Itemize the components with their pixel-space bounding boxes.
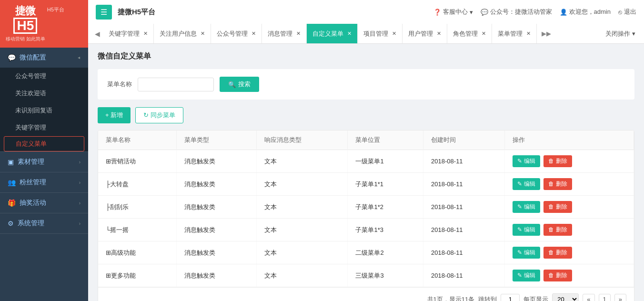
delete-button-5[interactable]: 🗑 删除 <box>543 270 572 281</box>
topbar: ☰ 捷微H5平台 ❓ 客服中心 ▾ 💬 公众号：捷微活动管家 👤 欢迎您，adm… <box>88 0 644 24</box>
cell-created-5: 2018-08-11 <box>423 264 505 287</box>
logo-h5: H5 <box>13 18 37 34</box>
navtabs-more-button[interactable]: ▶▶ <box>537 24 556 44</box>
tab-menu-mgmt-label: 菜单管理 <box>498 30 523 38</box>
sidebar-section-fans: 👥 粉丝管理 › <box>0 172 88 193</box>
cell-position-5: 三级菜单3 <box>348 264 423 287</box>
sidebar-item-custom-menu[interactable]: 自定义菜单 <box>4 136 84 151</box>
edit-button-1[interactable]: ✎ 编辑 <box>513 178 540 190</box>
cell-name-4: ⊞高级功能 <box>98 241 176 264</box>
search-button-label: 搜索 <box>238 80 251 89</box>
next-page-button[interactable]: » <box>614 294 626 301</box>
logo-subtitle: 移动营销 如此简单 <box>6 36 45 42</box>
delete-button-2[interactable]: 🗑 删除 <box>543 201 572 213</box>
cell-ops-4: ✎ 编辑 🗑 删除 <box>505 241 634 264</box>
system-icon: ⚙ <box>8 220 14 227</box>
logout-link[interactable]: ⎋ 退出 <box>618 8 636 16</box>
welcome-label: 👤 欢迎您，admin <box>560 8 611 16</box>
edit-button-4[interactable]: ✎ 编辑 <box>513 247 540 259</box>
cell-ops-1: ✎ 编辑 🗑 删除 <box>505 173 634 196</box>
tab-keyword-mgmt[interactable]: 关键字管理 ✕ <box>103 24 154 44</box>
per-page-select[interactable]: 20 10 50 100 <box>552 293 579 301</box>
tab-follow-user-info[interactable]: 关注用户信息 ✕ <box>154 24 211 44</box>
cell-created-0: 2018-08-11 <box>423 150 505 173</box>
sidebar-item-follow-greeting[interactable]: 关注欢迎语 <box>0 85 88 102</box>
sidebar-group-lottery[interactable]: 🎁 抽奖活动 › <box>0 193 88 213</box>
delete-button-3[interactable]: 🗑 删除 <box>543 224 572 236</box>
add-button[interactable]: + 新增 <box>98 107 131 123</box>
tab-follow-user-info-close[interactable]: ✕ <box>201 30 205 37</box>
search-button[interactable]: 🔍 搜索 <box>220 77 259 92</box>
logout-icon: ⎋ <box>618 9 622 16</box>
cell-position-1: 子菜单1*1 <box>348 173 423 196</box>
delete-button-0[interactable]: 🗑 删除 <box>543 155 572 167</box>
sidebar-group-wechat[interactable]: 💬 微信配置 ▾ <box>0 48 88 68</box>
cell-position-4: 二级菜单2 <box>348 241 423 264</box>
tab-user-mgmt[interactable]: 用户管理 ✕ <box>402 24 447 44</box>
tab-role-mgmt-close[interactable]: ✕ <box>482 30 486 37</box>
logo-platform: H5平台 <box>47 5 64 13</box>
tab-official-account-label: 公众号管理 <box>217 30 248 38</box>
table-row: ├大转盘 消息触发类 文本 子菜单1*1 2018-08-11 ✎ 编辑 🗑 删… <box>98 173 634 196</box>
cell-position-2: 子菜单1*2 <box>348 196 423 219</box>
prev-page-button[interactable]: « <box>583 294 594 301</box>
sidebar-arrow-fans: › <box>79 180 80 185</box>
wechat-top-icon: 💬 <box>481 9 488 16</box>
lottery-icon: 🎁 <box>8 199 16 207</box>
page-jump-input[interactable] <box>501 294 520 301</box>
cell-name-2: ├刮刮乐 <box>98 196 176 219</box>
sidebar-item-keyword-mgmt[interactable]: 关键字管理 <box>0 119 88 136</box>
table-row: └摇一摇 消息触发类 文本 子菜单1*3 2018-08-11 ✎ 编辑 🗑 删… <box>98 219 634 241</box>
tab-menu-mgmt[interactable]: 菜单管理 ✕ <box>492 24 537 44</box>
cell-name-1: ├大转盘 <box>98 173 176 196</box>
cell-position-3: 子菜单1*3 <box>348 219 423 241</box>
tab-custom-menu-close[interactable]: ✕ <box>347 30 352 37</box>
tab-keyword-mgmt-close[interactable]: ✕ <box>143 30 148 37</box>
tab-user-mgmt-close[interactable]: ✕ <box>437 30 441 37</box>
tab-project-mgmt[interactable]: 项目管理 ✕ <box>358 24 402 44</box>
tab-project-mgmt-label: 项目管理 <box>363 30 388 38</box>
sidebar-group-fans[interactable]: 👥 粉丝管理 › <box>0 172 88 192</box>
tab-message-mgmt-close[interactable]: ✕ <box>296 30 301 37</box>
sidebar-group-label-fans: 粉丝管理 <box>20 178 79 187</box>
tab-menu-mgmt-close[interactable]: ✕ <box>526 30 531 37</box>
tab-project-mgmt-close[interactable]: ✕ <box>392 30 396 37</box>
cell-position-0: 一级菜单1 <box>348 150 423 173</box>
edit-button-5[interactable]: ✎ 编辑 <box>513 270 540 281</box>
cell-ops-2: ✎ 编辑 🗑 删除 <box>505 196 634 219</box>
edit-button-0[interactable]: ✎ 编辑 <box>513 155 540 167</box>
tab-role-mgmt[interactable]: 角色管理 ✕ <box>447 24 492 44</box>
cell-name-5: ⊞更多功能 <box>98 264 176 287</box>
delete-button-4[interactable]: 🗑 删除 <box>543 247 572 259</box>
tab-official-account[interactable]: 公众号管理 ✕ <box>211 24 262 44</box>
wechat-config-icon: 💬 <box>8 54 16 61</box>
wechat-official-link[interactable]: 💬 公众号：捷微活动管家 <box>481 8 552 16</box>
col-header-created: 创建时间 <box>423 130 505 150</box>
search-input[interactable] <box>138 78 214 91</box>
edit-button-2[interactable]: ✎ 编辑 <box>513 201 540 213</box>
tab-official-account-close[interactable]: ✕ <box>252 30 256 37</box>
jump-label: 跳转到 <box>478 295 497 301</box>
user-icon: 👤 <box>560 9 567 16</box>
menu-toggle-button[interactable]: ☰ <box>96 5 112 20</box>
close-ops-dropdown[interactable]: 关闭操作 ▾ <box>601 24 640 44</box>
tab-follow-user-info-label: 关注用户信息 <box>160 30 197 38</box>
help-center-link[interactable]: ❓ 客服中心 ▾ <box>433 8 473 16</box>
navtabs-prev-button[interactable]: ◀ <box>92 28 103 40</box>
sidebar-item-official-account[interactable]: 公众号管理 <box>0 68 88 85</box>
help-icon: ❓ <box>433 9 441 16</box>
help-center-label: 客服中心 <box>443 8 468 16</box>
edit-button-3[interactable]: ✎ 编辑 <box>513 224 540 236</box>
sidebar-item-unrecognized-reply[interactable]: 未识别回复语 <box>0 102 88 119</box>
sidebar-section-lottery: 🎁 抽奖活动 › <box>0 193 88 213</box>
sidebar-group-material[interactable]: ▣ 素材管理 › <box>0 152 88 172</box>
tab-message-mgmt[interactable]: 消息管理 ✕ <box>262 24 307 44</box>
sync-button[interactable]: ↻ 同步菜单 <box>135 107 183 123</box>
tab-custom-menu[interactable]: 自定义菜单 ✕ <box>307 24 358 44</box>
table-row: ⊞营销活动 消息触发类 文本 一级菜单1 2018-08-11 ✎ 编辑 🗑 删… <box>98 150 634 173</box>
page-title: 微信自定义菜单 <box>98 51 634 61</box>
sidebar-group-system[interactable]: ⚙ 系统管理 › <box>0 213 88 233</box>
col-header-name: 菜单名称 <box>98 130 176 150</box>
page-total-info: 共1页，显示11条 <box>427 295 475 301</box>
delete-button-1[interactable]: 🗑 删除 <box>543 178 572 190</box>
